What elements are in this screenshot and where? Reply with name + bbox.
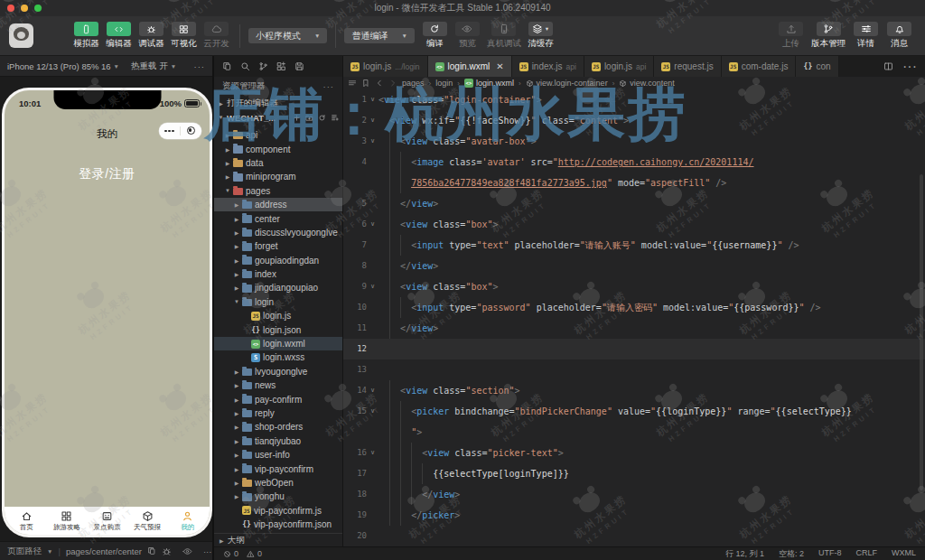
tree-item-login.js[interactable]: JSlogin.js [214,309,342,322]
breadcrumb-item-login[interactable]: login [435,79,453,88]
phone-tab-天气预报[interactable]: 天气预报 [127,507,168,535]
code-area[interactable]: 1∨<view class="login-container">2∨ <view… [343,89,925,546]
tree-item-news[interactable]: ▶news [214,378,342,392]
editor-tab-request.js[interactable]: JSrequest.js [654,56,721,77]
exit-icon[interactable] [181,126,201,135]
toolbar-云开发-button[interactable]: 云开发 [201,22,231,50]
refresh-explorer-icon[interactable] [318,114,326,122]
tree-item-vip-payconfirm.json[interactable]: {}vip-payconfirm.json [214,518,342,531]
tabs-more-button[interactable]: ··· [902,59,917,75]
page-path-select[interactable]: 页面路径 [7,546,42,557]
new-folder-icon[interactable] [305,114,313,122]
preview-icon[interactable] [182,546,192,556]
breadcrumb-item-pages[interactable]: pages [402,79,425,88]
editor-tab-com-date.js[interactable]: JScom-date.js [722,56,797,77]
tree-item-vip-payconfirm.js[interactable]: JSvip-payconfirm.js [214,504,342,518]
copy-view-icon[interactable] [222,61,232,71]
toolbar-预览-button[interactable]: 预览 [453,22,482,50]
save-view-icon[interactable] [294,61,304,71]
eol-setting[interactable]: CRLF [855,548,877,560]
tree-item-reply[interactable]: ▶reply [214,406,342,420]
tree-item-index[interactable]: ▶index [214,267,342,281]
tree-item-goupiaodingdan[interactable]: ▶goupiaodingdan [214,254,342,267]
copy-path-icon[interactable] [147,546,156,555]
phone-tab-旅游攻略[interactable]: 旅游攻略 [47,507,88,535]
collapse-folders-icon[interactable] [331,114,339,122]
compile-select[interactable]: 普通编译▼ [344,28,414,43]
outline-section[interactable]: ▶大纲 [214,533,342,546]
editor-tab-con[interactable]: {}con [796,56,838,77]
breadcrumb-item-view.login-container[interactable]: view.login-container [526,79,608,88]
toolbar-详情-button[interactable]: 详情 [851,22,881,50]
editor-tab-login.js[interactable]: JSlogin.js.../login [343,56,428,77]
tree-item-jingdiangoupiao[interactable]: ▶jingdiangoupiao [214,281,342,294]
encoding[interactable]: UTF-8 [818,548,842,560]
mode-select[interactable]: 小程序模式▼ [248,28,327,43]
editor-tab-index.js[interactable]: JSindex.jsapi [512,56,584,77]
explorer-more-button[interactable]: ··· [323,81,335,91]
phone-tab-首页[interactable]: 首页 [6,507,47,535]
tree-item-center[interactable]: ▶center [214,211,342,225]
search-view-icon[interactable] [240,61,250,71]
squares-view-icon[interactable] [276,61,286,71]
toolbar-可视化-button[interactable]: 可视化 [169,22,199,50]
tree-item-vip-payconfirm[interactable]: ▶vip-payconfirm [214,462,342,475]
forward-icon[interactable] [388,79,397,88]
breadcrumb-item-view.content[interactable]: view.content [619,79,675,88]
open-editors-section[interactable]: ▶打开的编辑器 [214,96,342,110]
tree-item-address[interactable]: ▶address [214,198,342,211]
toolbar-真机调试-button[interactable]: 真机调试 [485,22,523,50]
editor-tab-login.js[interactable]: JSlogin.jsapi [584,56,654,77]
simulator-more-button[interactable]: ··· [194,61,206,71]
toolbar-编译-button[interactable]: 编译 [420,22,450,50]
login-register-link[interactable]: 登录/注册 [5,166,210,182]
editor-scrollbar[interactable] [920,174,923,490]
toolbar-调试器-button[interactable]: 调试器 [136,22,166,50]
split-editor-icon[interactable] [883,61,893,71]
tree-item-shop-orders[interactable]: ▶shop-orders [214,420,342,434]
device-select[interactable]: iPhone 12/13 (Pro) 85% 16 [7,61,111,71]
tree-item-yonghu[interactable]: ▶yonghu [214,490,342,503]
toolbar-上传-button[interactable]: 上传 [776,22,806,50]
tree-item-pages[interactable]: ▼pages [214,184,342,198]
project-root-section[interactable]: ▼WECHAT_... [214,110,342,125]
phone-tab-我的[interactable]: 我的 [167,507,208,535]
tree-item-tianqiyubao[interactable]: ▶tianqiyubao [214,434,342,448]
problems-indicator[interactable]: 0 0 [223,549,262,558]
tree-item-pay-confirm[interactable]: ▶pay-confirm [214,392,342,406]
cursor-position[interactable]: 行 12, 列 1 [725,548,764,560]
indent-setting[interactable]: 空格: 2 [779,548,804,560]
phone-tab-景点购票[interactable]: 景点购票 [87,507,127,535]
tree-item-login[interactable]: ▼login [214,295,342,309]
breadcrumb-item-login.wxml[interactable]: <>login.wxml [464,79,514,88]
bookmark-icon[interactable] [361,79,370,88]
tree-item-component[interactable]: ▶component [214,142,342,155]
tree-item-lvyougonglve[interactable]: ▶lvyougonglve [214,365,342,378]
close-tab-icon[interactable]: ✕ [496,61,503,71]
hot-reload-toggle[interactable]: 热重载 开 [131,61,168,72]
toolbar-模拟器-button[interactable]: 模拟器 [71,22,101,50]
debug-icon[interactable] [162,546,172,556]
capsule-button[interactable] [159,123,201,139]
new-file-icon[interactable] [293,114,301,122]
toolbar-清缓存-button[interactable]: ▼清缓存 [526,22,556,50]
breadcrumb-list-icon[interactable] [348,79,357,88]
toolbar-消息-button[interactable]: 消息 [884,22,914,50]
tree-item-api[interactable]: ▶api [214,128,342,142]
toolbar-版本管理-button[interactable]: 版本管理 [809,22,847,50]
tree-item-data[interactable]: ▶data [214,156,342,170]
more-menu-icon[interactable] [159,130,180,133]
tree-item-login.wxss[interactable]: Slogin.wxss [214,350,342,364]
toolbar-编辑器-button[interactable]: 编辑器 [104,22,134,50]
language-mode[interactable]: WXML [892,548,916,560]
back-icon[interactable] [375,79,384,88]
tree-item-webOpen[interactable]: ▶webOpen [214,476,342,490]
branch-view-icon[interactable] [258,61,268,71]
tree-item-login.wxml[interactable]: <>login.wxml [214,337,342,350]
tree-item-forget[interactable]: ▶forget [214,239,342,253]
tree-item-miniprogram[interactable]: ▶miniprogram [214,170,342,183]
editor-tab-login.wxml[interactable]: <>login.wxml✕ [428,56,512,77]
tree-item-user-info[interactable]: ▶user-info [214,448,342,462]
tree-item-login.json[interactable]: {}login.json [214,322,342,336]
tree-item-discusslvyougonglve[interactable]: ▶discusslvyougonglve [214,226,342,239]
